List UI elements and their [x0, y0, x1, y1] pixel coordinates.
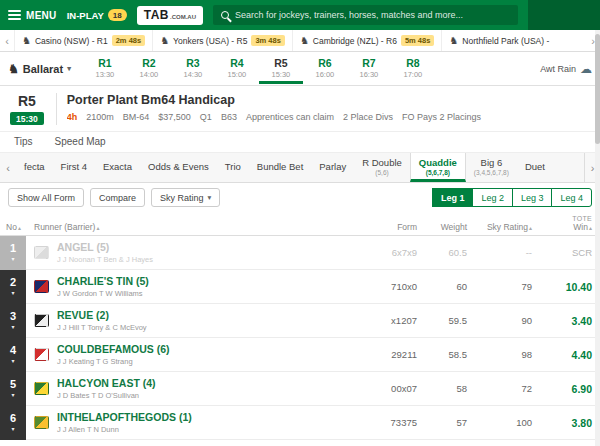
race-number: R5 — [274, 57, 287, 69]
race-meta-item: BM-64 — [123, 112, 150, 122]
leg-selector: Leg 1 Leg 2 Leg 3 Leg 4 — [433, 188, 592, 207]
form-value: 710x0 — [362, 281, 417, 292]
bet-type-tab[interactable]: Duet — [517, 153, 553, 182]
leg-button[interactable]: Leg 2 — [472, 188, 513, 207]
runner-number: 4 — [10, 345, 16, 356]
weight-value: 58 — [417, 383, 467, 394]
venue-selector[interactable]: ♞ Ballarat ▾ — [8, 62, 71, 76]
next-to-go-race-item[interactable]: ♞ Casino (NSW) - R1 2m 48s — [14, 30, 152, 51]
race-meta-item: B63 — [221, 112, 237, 122]
sort-icon: ▴ — [18, 225, 21, 231]
runner-name[interactable]: INTHELAPOFTHEGODS (1) — [57, 411, 362, 423]
show-all-form-button[interactable]: Show All Form — [8, 188, 84, 207]
in-play-button[interactable]: IN-PLAY 18 — [67, 9, 127, 21]
runner-number-expander[interactable]: 4 ▾ — [0, 338, 26, 372]
bet-type-tab[interactable]: fecta — [16, 153, 53, 182]
race-meta-item: Apprentices can claim — [246, 112, 334, 122]
view-tab[interactable]: Tips — [14, 136, 33, 147]
runner-number-expander[interactable]: 6 ▾ — [0, 406, 26, 440]
jockey-trainer-line: J W Gordon T W Williams — [57, 289, 362, 298]
race-tab[interactable]: R6 16:00 — [303, 53, 347, 84]
column-header-no[interactable]: No▴ — [0, 222, 34, 232]
bet-type-tab[interactable]: Exacta — [95, 153, 140, 182]
race-tab[interactable]: R2 14:00 — [127, 53, 171, 84]
runner-row: 6 ▾ INTHELAPOFTHEGODS (1) J J Allen T N … — [0, 406, 600, 440]
runner-name[interactable]: ANGEL (5) — [57, 241, 362, 253]
runner-number: 2 — [10, 277, 16, 288]
search-bar — [213, 5, 518, 25]
column-header-runner[interactable]: Runner (Barrier)▴ — [34, 222, 362, 232]
runner-name[interactable]: REVUE (2) — [57, 309, 362, 321]
page: MENU IN-PLAY 18 TAB .COM.AU ‹ ♞ Casino (… — [0, 0, 600, 446]
leg-button[interactable]: Leg 4 — [551, 188, 592, 207]
menu-label: MENU — [26, 10, 57, 21]
win-odds-button[interactable]: 3.40 — [532, 315, 592, 327]
form-value: 73375 — [362, 417, 417, 428]
tab-logo[interactable]: TAB .COM.AU — [137, 6, 203, 25]
bet-type-tab[interactable]: Quaddie (5,6,7,8) — [410, 153, 466, 182]
bet-type-tab[interactable]: Parlay — [311, 153, 354, 182]
next-to-go-race-item[interactable]: ♞ Cambridge (NZL) - R6 5m 48s — [292, 30, 441, 51]
win-odds-button[interactable]: 10.40 — [532, 281, 592, 293]
win-odds-button[interactable]: 4.40 — [532, 349, 592, 361]
runner-number-expander[interactable]: 1 ▾ — [0, 236, 26, 270]
column-header-form: Form — [362, 222, 417, 232]
runner-name[interactable]: CHARLIE'S TIN (5) — [57, 275, 362, 287]
race-tab[interactable]: R4 15:00 — [215, 53, 259, 84]
meeting-name: Casino (NSW) - R1 — [35, 36, 108, 46]
runner-name[interactable]: COULDBEFAMOUS (6) — [57, 343, 362, 355]
race-header: R5 15:30 Porter Plant Bm64 Handicap 4h 2… — [0, 86, 600, 132]
runners-table-body: 1 ▾ ANGEL (5) J J Noonan T Ben & J Hayes… — [0, 236, 600, 446]
race-start-time: 15:30 — [272, 70, 291, 79]
bet-type-tab[interactable]: First 4 — [53, 153, 95, 182]
chevron-down-icon: ▾ — [11, 426, 14, 432]
meeting-name: Cambridge (NZL) - R6 — [313, 36, 397, 46]
compare-button[interactable]: Compare — [90, 188, 145, 207]
leg-button[interactable]: Leg 3 — [512, 188, 553, 207]
race-tab[interactable]: R3 14:30 — [171, 53, 215, 84]
win-odds-button[interactable]: 3.80 — [532, 417, 592, 429]
bet-type-tab[interactable]: Trio — [217, 153, 249, 182]
column-header-weight: Weight — [417, 222, 467, 232]
bet-type-tab[interactable]: Big 6 (3,4,5,6,7,8) — [466, 153, 517, 182]
race-tab[interactable]: R7 16:30 — [347, 53, 391, 84]
weather-label: Awt Rain — [540, 64, 576, 74]
bet-type-tab[interactable]: Bundle Bet — [249, 153, 311, 182]
race-tab[interactable]: R5 15:30 — [259, 53, 303, 84]
column-header-sky-rating[interactable]: Sky Rating▴ — [467, 222, 532, 232]
next-to-go-race-item[interactable]: ♞ Yonkers (USA) - R5 3m 48s — [152, 30, 292, 51]
race-countdown: 4h — [67, 112, 78, 122]
runner-number-expander[interactable]: 2 ▾ — [0, 270, 26, 304]
scrollbar-thumb[interactable] — [595, 34, 600, 144]
form-value: 6x7x9 — [362, 247, 417, 258]
bet-type-tab[interactable]: Odds & Evens — [140, 153, 217, 182]
race-number-list: R1 13:30 R2 14:00 R3 14:30 R4 15:00 — [83, 53, 540, 84]
runner-row: 2 ▾ CHARLIE'S TIN (5) J W Gordon T W Wil… — [0, 270, 600, 304]
bet-type-label: Big 6 — [481, 157, 503, 168]
runners-table-header: No▴ Runner (Barrier)▴ Form Weight Sky Ra… — [0, 212, 600, 236]
next-to-go-list: ♞ Casino (NSW) - R1 2m 48s ♞ Yonkers (US… — [14, 30, 586, 51]
race-tab[interactable]: R1 13:30 — [83, 53, 127, 84]
menu-button[interactable]: MENU — [8, 10, 57, 21]
column-header-win[interactable]: TOTE Win▴ — [532, 215, 592, 232]
win-odds-button[interactable]: 6.90 — [532, 383, 592, 395]
search-input[interactable] — [235, 10, 510, 20]
cloud-icon: ☁ — [580, 62, 592, 76]
leg-button[interactable]: Leg 1 — [432, 188, 474, 207]
runner-name[interactable]: HALCYON EAST (4) — [57, 377, 362, 389]
bet-type-label: Exacta — [103, 161, 132, 172]
chevron-down-icon: ▾ — [11, 358, 14, 364]
countdown-badge: 5m 48s — [401, 35, 434, 46]
view-tab[interactable]: Speed Map — [55, 136, 106, 147]
race-tab[interactable]: R8 17:00 — [391, 53, 435, 84]
runner-number-expander[interactable]: 5 ▾ — [0, 372, 26, 406]
chevron-left-icon[interactable]: ‹ — [0, 35, 14, 47]
sky-rating-dropdown[interactable]: Sky Rating ▾ — [151, 188, 220, 207]
next-to-go-race-item[interactable]: ♞ Northfield Park (USA) - — [441, 30, 556, 51]
bet-type-tab[interactable]: R Double (5,6) — [354, 153, 410, 182]
sky-rating-value: 90 — [467, 315, 532, 326]
race-start-time: 16:30 — [360, 70, 379, 79]
win-odds-button[interactable]: SCR — [532, 247, 592, 258]
chevron-left-icon[interactable]: ‹ — [0, 153, 16, 182]
runner-number-expander[interactable]: 3 ▾ — [0, 304, 26, 338]
